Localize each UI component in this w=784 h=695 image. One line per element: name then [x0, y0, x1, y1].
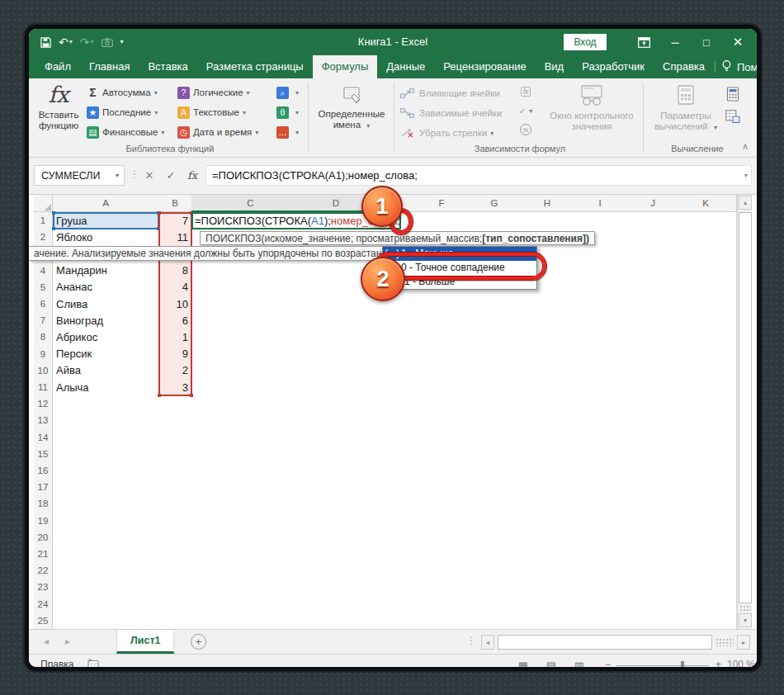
column-header-B[interactable]: B	[158, 195, 192, 212]
grid-cell-G18[interactable]	[468, 495, 522, 513]
audit-button-2[interactable]: Убрать стрелки▾	[400, 124, 502, 142]
grid-cell-J5[interactable]	[626, 279, 680, 296]
grid-cell-K22[interactable]	[679, 562, 733, 579]
grid-cell-J11[interactable]	[626, 379, 680, 396]
minimize-button[interactable]: ─	[659, 29, 691, 55]
grid-cell-D5[interactable]	[309, 279, 363, 296]
grid-cell-D10[interactable]	[309, 362, 363, 380]
grid-cell-K21[interactable]	[679, 546, 733, 563]
calculation-options-button[interactable]: Параметрывычислений ▾	[653, 85, 719, 133]
ribbon-tab-4[interactable]: Формулы	[313, 55, 378, 78]
column-header-I[interactable]: I	[574, 195, 627, 212]
grid-cell-K9[interactable]	[679, 346, 733, 363]
ribbon-tab-1[interactable]: Главная	[80, 55, 139, 78]
grid-cell-K4[interactable]	[679, 262, 733, 280]
ribbon-tab-5[interactable]: Данные	[377, 55, 434, 78]
row-header-11[interactable]: 11	[34, 379, 53, 396]
column-header-H[interactable]: H	[521, 195, 574, 212]
ribbon-tab-3[interactable]: Разметка страницы	[197, 55, 313, 78]
grid-cell-E16[interactable]	[362, 462, 416, 480]
grid-cell-G24[interactable]	[468, 596, 522, 613]
grid-cell-J12[interactable]	[626, 395, 680, 413]
grid-cell-J22[interactable]	[626, 562, 680, 579]
grid-cell-F11[interactable]	[415, 379, 469, 396]
grid-cell-G17[interactable]	[468, 479, 522, 496]
grid-cell-A2[interactable]: Яблоко	[53, 229, 159, 246]
grid-cell-I13[interactable]	[574, 412, 627, 429]
grid-cell-B22[interactable]	[158, 562, 192, 579]
grid-cell-F8[interactable]	[415, 329, 469, 346]
grid-cell-F15[interactable]	[415, 446, 469, 463]
zoom-level-label[interactable]: 100 %	[727, 659, 755, 670]
grid-cell-C9[interactable]	[191, 346, 310, 363]
row-header-5[interactable]: 5	[34, 279, 53, 296]
grid-cell-B8[interactable]: 1	[158, 329, 192, 346]
grid-cell-D4[interactable]	[309, 262, 363, 280]
grid-cell-A7[interactable]: Виноград	[53, 312, 159, 329]
watch-window-button[interactable]: Окно контрольногозначения	[547, 85, 636, 132]
grid-cell-J19[interactable]	[626, 513, 680, 530]
grid-cell-I23[interactable]	[574, 579, 627, 596]
grid-cell-J8[interactable]	[626, 329, 680, 346]
grid-cell-E12[interactable]	[362, 395, 416, 413]
grid-cell-H11[interactable]	[521, 379, 574, 396]
grid-cell-J14[interactable]	[626, 429, 680, 447]
formula-bar-expand-icon[interactable]: ▾	[744, 172, 748, 179]
grid-cell-J1[interactable]	[626, 212, 680, 229]
close-button[interactable]: ✕	[722, 29, 753, 55]
row-header-21[interactable]: 21	[34, 546, 53, 563]
grid-cell-C19[interactable]	[191, 513, 310, 530]
grid-cell-F22[interactable]	[415, 562, 469, 579]
grid-cell-D25[interactable]	[309, 612, 363, 630]
grid-cell-D20[interactable]	[309, 529, 363, 546]
vertical-scroll-thumb[interactable]	[739, 212, 752, 603]
tab-scroll-divider-dots[interactable]: ⋮	[466, 635, 476, 646]
grid-cell-J20[interactable]	[626, 529, 680, 546]
grid-cell-F24[interactable]	[415, 596, 469, 613]
horizontal-scroll-thumb[interactable]	[498, 635, 712, 650]
dropdown-item-0[interactable]: (...)1 - Меньше	[383, 247, 536, 261]
grid-cell-D7[interactable]	[309, 312, 363, 329]
grid-cell-J15[interactable]	[626, 446, 680, 463]
grid-cell-K1[interactable]	[679, 212, 733, 229]
grid-cell-K23[interactable]	[679, 579, 733, 596]
grid-cell-I14[interactable]	[574, 429, 627, 447]
grid-cell-B20[interactable]	[158, 529, 192, 546]
grid-cell-K20[interactable]	[679, 529, 733, 546]
evaluate-formula-icon[interactable]: fx	[517, 122, 534, 137]
row-header-14[interactable]: 14	[34, 429, 53, 447]
grid-cell-I15[interactable]	[574, 446, 627, 463]
grid-cell-B2[interactable]: 11	[158, 229, 192, 246]
grid-cell-I19[interactable]	[574, 513, 627, 530]
grid-cell-A6[interactable]: Слива	[53, 295, 159, 313]
grid-cell-I5[interactable]	[574, 279, 627, 296]
grid-cell-D24[interactable]	[309, 596, 363, 613]
grid-cell-B1[interactable]: 7	[158, 212, 192, 229]
help-assistant-label[interactable]: Помощн	[737, 61, 761, 73]
grid-cell-K24[interactable]	[679, 596, 733, 613]
row-header-9[interactable]: 9	[34, 346, 53, 363]
row-header-25[interactable]: 25	[34, 612, 53, 630]
grid-cell-H12[interactable]	[521, 395, 574, 413]
grid-cell-D21[interactable]	[309, 546, 363, 563]
grid-cell-A25[interactable]	[53, 612, 159, 630]
grid-cell-G20[interactable]	[468, 529, 522, 546]
grid-cell-J21[interactable]	[626, 546, 680, 563]
defined-names-button[interactable]: Определенныеимена ▾	[313, 85, 390, 131]
zoom-in-icon[interactable]: +	[716, 659, 721, 670]
page-layout-view-icon[interactable]: ▤	[542, 657, 560, 671]
grid-cell-A17[interactable]	[53, 479, 159, 496]
grid-cell-K12[interactable]	[679, 395, 733, 413]
grid-cell-C11[interactable]	[191, 379, 310, 396]
row-header-6[interactable]: 6	[34, 295, 53, 313]
ribbon-tab-7[interactable]: Вид	[536, 55, 574, 78]
grid-cell-E10[interactable]	[362, 362, 416, 380]
grid-cell-H9[interactable]	[521, 346, 574, 363]
grid-cell-D19[interactable]	[309, 513, 363, 530]
grid-cell-J9[interactable]	[626, 346, 680, 363]
row-header-23[interactable]: 23	[34, 579, 53, 596]
horizontal-scrollbar[interactable]: ◂ ▸	[481, 635, 752, 650]
grid-cell-C17[interactable]	[191, 479, 310, 496]
grid-cell-I10[interactable]	[574, 362, 627, 380]
column-header-G[interactable]: G	[468, 195, 522, 212]
